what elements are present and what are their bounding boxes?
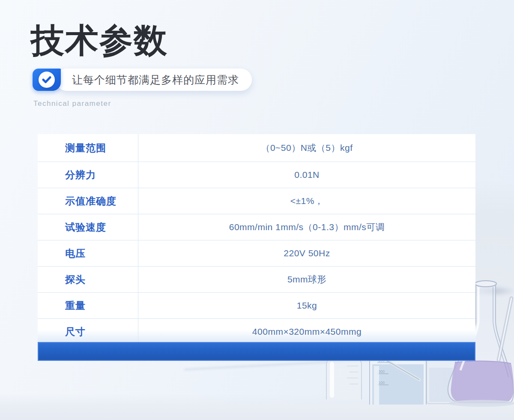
table-row: 重量 15kg: [38, 292, 475, 318]
spec-label: 重量: [38, 293, 138, 318]
spec-label: 分辨力: [38, 162, 138, 188]
svg-text:300: 300: [378, 369, 385, 374]
spec-label: 尺寸: [38, 319, 138, 345]
table-row: 尺寸 400mm×320mm×450mmg: [38, 318, 475, 345]
table-row: 测量范围 （0~50）N或（5）kgf: [38, 134, 475, 162]
spec-value: 5mm球形: [138, 267, 475, 292]
spec-label: 电压: [38, 240, 138, 266]
table-row: 试验速度 60mm/min 1mm/s（0-1.3）mm/s可调: [38, 214, 475, 240]
spec-value: 60mm/min 1mm/s（0-1.3）mm/s可调: [138, 214, 475, 240]
spec-table: 测量范围 （0~50）N或（5）kgf 分辨力 0.01N 示值准确度 <±1%…: [38, 134, 475, 345]
table-row: 分辨力 0.01N: [38, 162, 475, 188]
spec-value: （0~50）N或（5）kgf: [138, 134, 475, 162]
spec-label: 探头: [38, 267, 138, 292]
spec-value: 0.01N: [138, 162, 475, 188]
feature-badge: 让每个细节都满足多样的应用需求: [33, 69, 252, 91]
check-icon: [39, 72, 55, 88]
spec-label: 示值准确度: [38, 188, 138, 214]
test-tube-icon: [493, 296, 514, 364]
subtitle-english: Technical parameter: [33, 99, 111, 108]
beaker-with-rod-icon: 500300100: [366, 353, 431, 405]
spec-value: 400mm×320mm×450mmg: [138, 319, 475, 345]
spec-label: 试验速度: [38, 214, 138, 240]
page-title: 技术参数: [31, 22, 168, 59]
badge-text: 让每个细节都满足多样的应用需求: [72, 73, 239, 87]
badge-check-box: [33, 69, 61, 91]
spec-sheet-page: 500300100 技术参数 让每个细节都满足: [0, 0, 514, 420]
table-row: 示值准确度 <±1%，: [38, 188, 475, 214]
svg-text:100: 100: [378, 381, 385, 385]
footer-accent-bar: [38, 342, 475, 361]
measuring-bottle-icon: [322, 357, 368, 399]
table-row: 探头 5mm球形: [38, 266, 475, 292]
spec-value: 15kg: [138, 293, 475, 318]
badge-pill: 让每个细节都满足多样的应用需求: [56, 69, 252, 91]
spec-value: 220V 50Hz: [138, 240, 475, 266]
spec-value: <±1%，: [138, 188, 475, 214]
table-row: 电压 220V 50Hz: [38, 240, 475, 266]
spec-label: 测量范围: [38, 134, 138, 162]
